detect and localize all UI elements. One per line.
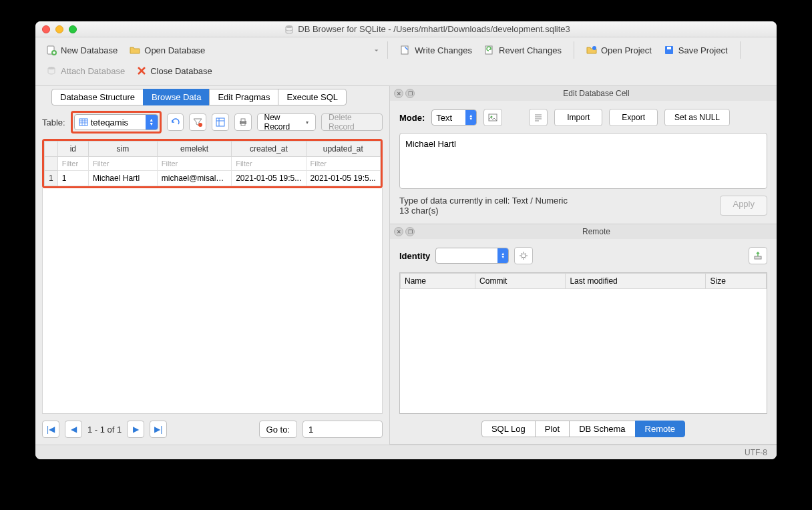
open-database-button[interactable]: Open Database bbox=[126, 42, 209, 58]
filter-created[interactable]: Filter bbox=[232, 157, 306, 171]
set-null-button[interactable]: Set as NULL bbox=[664, 109, 730, 126]
last-page-button[interactable]: ▶| bbox=[150, 421, 167, 438]
remote-col-size[interactable]: Size bbox=[706, 274, 767, 289]
clear-filters-button[interactable] bbox=[189, 113, 206, 131]
write-changes-button[interactable]: Write Changes bbox=[396, 42, 476, 58]
next-page-button[interactable]: ▶ bbox=[127, 421, 144, 438]
save-project-icon bbox=[664, 45, 674, 55]
col-sim[interactable]: sim bbox=[89, 142, 158, 157]
open-db-icon bbox=[130, 45, 140, 55]
revert-changes-button[interactable]: Revert Changes bbox=[480, 42, 566, 58]
remote-table[interactable]: Name Commit Last modified Size bbox=[399, 272, 767, 414]
tab-browse-data[interactable]: Browse Data bbox=[143, 89, 210, 105]
new-record-button[interactable]: New Record▾ bbox=[257, 113, 317, 131]
tab-database-structure[interactable]: Database Structure bbox=[51, 89, 144, 105]
encoding-label: UTF-8 bbox=[745, 448, 767, 457]
col-created-at[interactable]: created_at bbox=[232, 142, 306, 157]
remote-col-name[interactable]: Name bbox=[401, 274, 475, 289]
refresh-icon bbox=[170, 117, 181, 127]
expand-icon[interactable]: ▼ bbox=[373, 49, 379, 52]
tab-plot[interactable]: Plot bbox=[535, 421, 570, 437]
table-label: Table: bbox=[42, 117, 65, 127]
new-database-button[interactable]: New Database bbox=[42, 42, 122, 58]
panel-popout-icon[interactable]: ❐ bbox=[405, 89, 415, 98]
save-project-button[interactable]: Save Project bbox=[660, 42, 732, 58]
new-db-icon bbox=[46, 45, 57, 55]
revert-changes-icon bbox=[484, 45, 495, 55]
svg-rect-7 bbox=[667, 47, 671, 49]
table-icon bbox=[79, 117, 88, 127]
svg-rect-11 bbox=[216, 118, 224, 126]
mode-select[interactable]: Text ▲▼ bbox=[431, 109, 477, 125]
open-project-button[interactable]: Open Project bbox=[582, 42, 656, 58]
close-database-button[interactable]: Close Database bbox=[133, 63, 216, 79]
remote-col-modified[interactable]: Last modified bbox=[566, 274, 706, 289]
tab-sql-log[interactable]: SQL Log bbox=[481, 421, 536, 437]
panel-close-icon[interactable]: ✕ bbox=[394, 89, 403, 98]
svg-rect-4 bbox=[485, 46, 492, 54]
remote-title: Remote bbox=[420, 227, 773, 236]
svg-point-5 bbox=[592, 46, 596, 50]
image-icon bbox=[488, 113, 497, 122]
attach-database-button: Attach Database bbox=[42, 63, 129, 79]
print-icon bbox=[238, 117, 248, 127]
print-button[interactable] bbox=[234, 113, 252, 131]
col-id[interactable]: id bbox=[57, 142, 88, 157]
remote-panel: ✕ ❐ Remote Identity ▲▼ Name bbox=[390, 224, 777, 445]
export-button[interactable]: Export bbox=[609, 109, 658, 126]
data-table[interactable]: id sim emelekt created_at updated_at Fil… bbox=[44, 141, 381, 186]
edit-cell-panel: ✕ ❐ Edit Database Cell Mode: Text ▲▼ bbox=[390, 86, 777, 224]
cell-value-textarea[interactable]: Michael Hartl bbox=[399, 133, 767, 189]
svg-point-17 bbox=[522, 254, 526, 258]
filter-updated[interactable]: Filter bbox=[306, 157, 380, 171]
close-window-button[interactable] bbox=[42, 25, 50, 33]
tab-remote[interactable]: Remote bbox=[635, 421, 686, 437]
indent-icon bbox=[534, 113, 543, 122]
upload-icon bbox=[753, 251, 763, 260]
table-select[interactable]: teteqamis ▲▼ bbox=[74, 114, 158, 130]
col-emelekt[interactable]: emelekt bbox=[157, 142, 231, 157]
remote-action-button[interactable] bbox=[749, 247, 767, 264]
svg-point-10 bbox=[198, 123, 202, 127]
svg-rect-14 bbox=[241, 123, 245, 125]
minimize-window-button[interactable] bbox=[55, 25, 63, 33]
first-page-button[interactable]: |◀ bbox=[42, 421, 59, 438]
chars-info: 13 char(s) bbox=[399, 206, 568, 216]
filter-emelekt[interactable]: Filter bbox=[157, 157, 231, 171]
filter-sim[interactable]: Filter bbox=[89, 157, 158, 171]
tab-edit-pragmas[interactable]: Edit Pragmas bbox=[209, 89, 278, 105]
mode-tool-button[interactable] bbox=[483, 109, 502, 126]
prev-page-button[interactable]: ◀ bbox=[65, 421, 82, 438]
database-icon bbox=[284, 25, 294, 34]
table-row[interactable]: 1 1 Michael Hartl michael@misalei... 202… bbox=[45, 171, 381, 186]
remote-popout-icon[interactable]: ❐ bbox=[405, 227, 415, 236]
save-view-button[interactable] bbox=[212, 113, 229, 131]
close-db-icon bbox=[137, 66, 146, 75]
svg-rect-18 bbox=[755, 256, 761, 259]
import-button[interactable]: Import bbox=[554, 109, 602, 126]
write-changes-icon bbox=[400, 45, 411, 55]
col-updated-at[interactable]: updated_at bbox=[306, 142, 380, 157]
tab-execute-sql[interactable]: Execute SQL bbox=[278, 89, 347, 105]
remote-close-icon[interactable]: ✕ bbox=[394, 227, 403, 236]
refresh-button[interactable] bbox=[167, 113, 184, 131]
bottom-tabs: SQL Log Plot DB Schema Remote bbox=[390, 414, 777, 444]
open-project-icon bbox=[586, 45, 597, 55]
gear-icon bbox=[519, 251, 528, 260]
filter-id[interactable]: Filter bbox=[57, 157, 88, 171]
zoom-window-button[interactable] bbox=[69, 25, 77, 33]
pager: |◀ ◀ 1 - 1 of 1 ▶ ▶| Go to: bbox=[42, 414, 383, 438]
identity-select[interactable]: ▲▼ bbox=[435, 248, 509, 264]
goto-button[interactable]: Go to: bbox=[259, 421, 297, 438]
mode-label: Mode: bbox=[399, 113, 425, 123]
identity-add-button[interactable] bbox=[514, 247, 533, 264]
main-toolbar: New Database Open Database ▼ Write Chang… bbox=[35, 37, 777, 86]
indent-button[interactable] bbox=[529, 109, 548, 126]
main-tabs: Database Structure Browse Data Edit Prag… bbox=[51, 89, 383, 105]
goto-input[interactable] bbox=[302, 421, 383, 438]
left-pane: Database Structure Browse Data Edit Prag… bbox=[35, 86, 389, 445]
type-info: Type of data currently in cell: Text / N… bbox=[399, 196, 568, 206]
save-view-icon bbox=[215, 117, 226, 127]
tab-db-schema[interactable]: DB Schema bbox=[569, 421, 635, 437]
remote-col-commit[interactable]: Commit bbox=[475, 274, 566, 289]
